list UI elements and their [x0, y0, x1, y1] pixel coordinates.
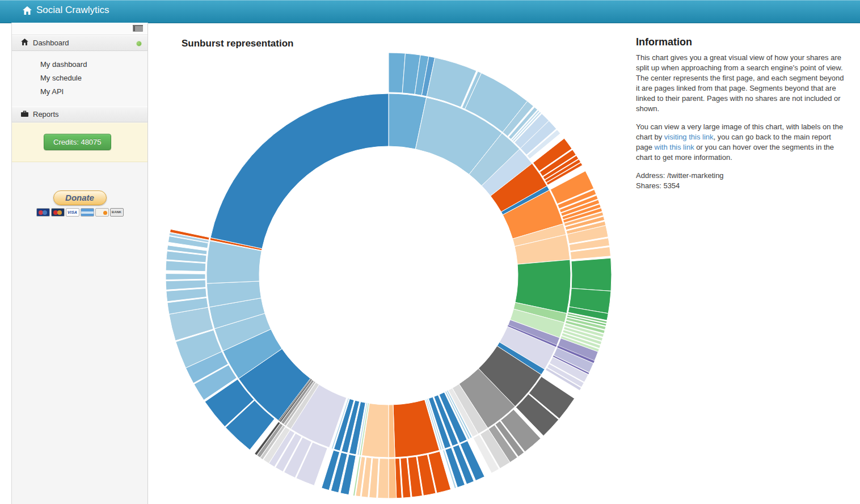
sunburst-segment[interactable] — [571, 258, 612, 291]
sidebar-menu: My dashboard My schedule My API — [12, 51, 147, 107]
discover-card-icon — [95, 208, 109, 217]
top-navbar: Social Crawlytics — [0, 0, 860, 23]
sunburst-segment[interactable] — [389, 459, 397, 498]
sidebar-item-my-dashboard[interactable]: My dashboard — [12, 58, 147, 71]
sunburst-segment[interactable] — [210, 94, 389, 249]
info-paragraph-1: This chart gives you a great visual view… — [636, 53, 845, 114]
sidebar-minibar — [12, 23, 147, 35]
collapse-sidebar-icon[interactable] — [133, 25, 143, 32]
american-express-card-icon — [81, 208, 94, 217]
sunburst-segment[interactable] — [378, 459, 389, 498]
credits-button[interactable]: Credits: 48075 — [44, 134, 111, 150]
briefcase-icon — [21, 107, 28, 122]
info-title: Information — [636, 36, 845, 48]
large-image-link[interactable]: visiting this link — [664, 133, 714, 141]
sunburst-chart[interactable] — [162, 47, 616, 504]
sunburst-segment[interactable] — [166, 274, 205, 280]
info-paragraph-2: You can view a very large image of this … — [636, 122, 845, 163]
report-page-link[interactable]: with this link — [655, 143, 694, 151]
sidebar-item-my-schedule[interactable]: My schedule — [12, 71, 147, 85]
sunburst-segment[interactable] — [166, 280, 206, 290]
mastercard-card-icon — [51, 208, 65, 217]
sunburst-segment[interactable] — [166, 261, 206, 272]
home-icon — [23, 6, 32, 15]
sidebar: Dashboard My dashboard My schedule My AP… — [11, 23, 148, 504]
donate-button[interactable]: Donate — [53, 190, 107, 205]
credits-strip: Credits: 48075 — [12, 122, 147, 162]
sidebar-item-my-api[interactable]: My API — [12, 85, 147, 99]
sidebar-section-label: Dashboard — [33, 36, 69, 50]
home-icon — [21, 36, 28, 50]
brand-title: Social Crawlytics — [36, 5, 109, 16]
sidebar-section-dashboard[interactable]: Dashboard — [12, 35, 147, 51]
maestro-card-icon — [36, 208, 50, 217]
donate-area: Donate VISABANK — [12, 190, 147, 218]
status-dot-icon — [136, 41, 142, 46]
brand[interactable]: Social Crawlytics — [23, 5, 109, 16]
visa-card-icon: VISA — [66, 208, 79, 217]
sidebar-section-reports[interactable]: Reports — [12, 107, 147, 122]
sidebar-section-label: Reports — [33, 107, 59, 122]
shares-line: Shares: 5354 — [636, 181, 845, 191]
bank-transfer-card-icon: BANK — [110, 208, 124, 217]
info-panel: Information This chart gives you a great… — [636, 36, 845, 191]
address-line: Address: /twitter-marketing — [636, 171, 845, 181]
payment-cards-row: VISABANK — [12, 208, 147, 218]
